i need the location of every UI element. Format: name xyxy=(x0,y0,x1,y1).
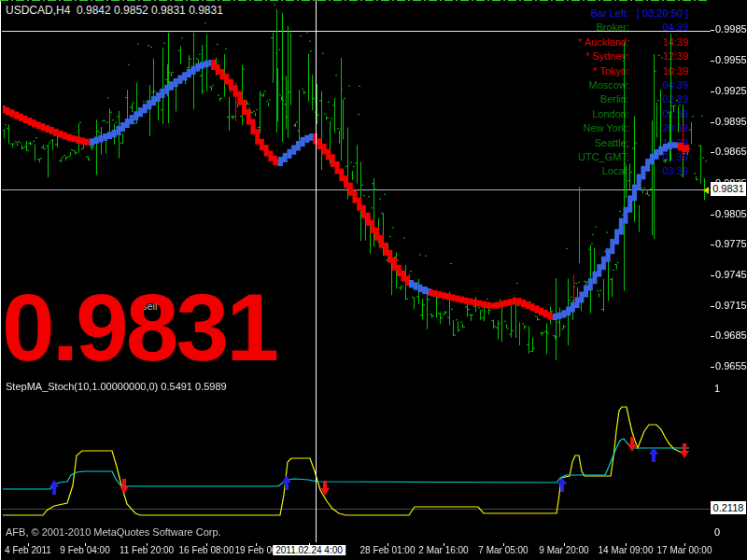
price-tick-mark xyxy=(711,306,714,307)
price-tick-mark xyxy=(711,30,714,31)
price-tick-label: 0.9925 xyxy=(715,85,747,96)
price-tick-label: 0.9745 xyxy=(715,269,747,280)
time-label: 19 Feb 00 xyxy=(234,545,276,555)
time-label: 11 Feb 20:00 xyxy=(120,545,174,555)
price-tick-label: 0.9895 xyxy=(715,116,747,127)
price-tick-label: 0.9655 xyxy=(715,360,747,371)
indicator-axis-min: 0 xyxy=(714,526,720,538)
mt4-chart-window: Bar Left:[ 03:20:50 ]Broker:04:39* Auckl… xyxy=(0,0,747,560)
price-tick-mark xyxy=(711,275,714,276)
big-price-display: 0.9831 xyxy=(2,280,276,375)
price-tick-label: 0.9865 xyxy=(715,146,747,157)
price-tick-mark xyxy=(711,91,714,92)
time-label: 14 Mar 09:00 xyxy=(599,545,654,555)
price-tick-mark xyxy=(711,122,714,123)
time-label: 9 Feb 04:00 xyxy=(60,545,109,555)
indicator-title: StepMA_Stoch(10,1.00000000,0) 0.5491 0.5… xyxy=(6,381,227,392)
time-label: 17 Mar 00:00 xyxy=(657,545,712,555)
indicator-axis-max: 1 xyxy=(714,383,720,394)
time-label: 7 Mar 05:00 xyxy=(478,545,528,555)
price-tick-mark xyxy=(711,336,714,337)
last-price-marker-icon xyxy=(703,187,709,194)
time-label: 9 Mar 20:00 xyxy=(539,545,588,555)
time-label: 28 Feb 01:00 xyxy=(360,545,416,555)
price-tick-label: 0.9685 xyxy=(715,329,747,341)
time-label: 2 Mar 16:00 xyxy=(418,545,468,555)
price-tick-label: 0.9955 xyxy=(715,54,747,65)
indicator-value-box: 0.2118 xyxy=(711,501,746,514)
price-tick-label: 0.9715 xyxy=(715,300,747,311)
price-tick-label: 0.9805 xyxy=(715,208,747,219)
price-tick-mark xyxy=(711,367,714,368)
time-label: 16 Feb 08:00 xyxy=(179,545,234,555)
price-tick-label: 0.9775 xyxy=(715,238,747,249)
time-label-selected: 2011.02.24 4:00 xyxy=(273,545,345,555)
price-tick-label: 0.9985 xyxy=(715,23,747,35)
price-tick-mark xyxy=(711,245,714,245)
time-label: 4 Feb 2011 xyxy=(5,545,51,555)
price-tick-mark xyxy=(711,61,714,62)
price-tick-mark xyxy=(711,215,714,216)
current-price-box: 0.9831 xyxy=(711,182,746,196)
price-tick-mark xyxy=(711,152,714,153)
crosshair-vertical-line xyxy=(316,0,317,542)
copyright-text: AFB, © 2001-2010 MetaQuotes Software Cor… xyxy=(6,526,221,538)
